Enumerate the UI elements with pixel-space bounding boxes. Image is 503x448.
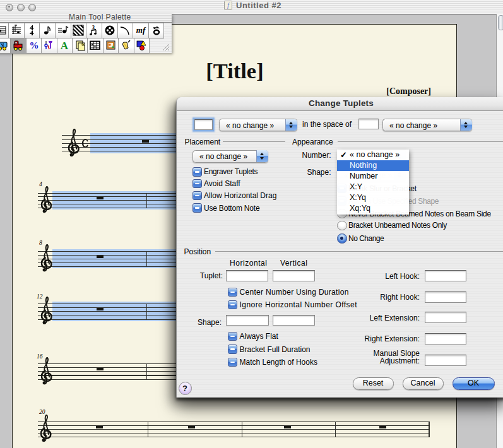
- svg-text:%: %: [29, 40, 38, 50]
- svg-text:A: A: [61, 40, 69, 51]
- svg-text:mf: mf: [136, 25, 146, 35]
